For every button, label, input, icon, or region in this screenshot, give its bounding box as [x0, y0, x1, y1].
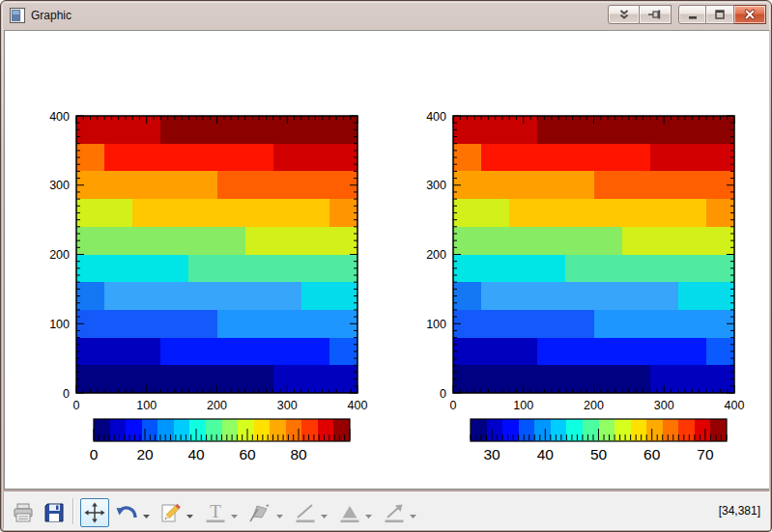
- polygon-tool-button[interactable]: [335, 498, 364, 527]
- right-heatmap-chart[interactable]: 010020030040001002003004003040506070: [405, 84, 762, 470]
- svg-text:200: 200: [584, 399, 604, 412]
- graphic-window: Graphic: [0, 0, 772, 532]
- left-heatmap-chart[interactable]: 01002003004000100200300400020406080: [28, 84, 386, 470]
- svg-text:20: 20: [136, 446, 154, 462]
- chevron-down-icon: [364, 512, 373, 520]
- titlebar[interactable]: Graphic: [1, 1, 771, 30]
- svg-text:300: 300: [49, 179, 70, 192]
- svg-text:30: 30: [483, 446, 500, 462]
- double-chevron-down-icon: [617, 8, 631, 21]
- line-tool-icon: [294, 501, 317, 524]
- window-icon[interactable]: [10, 8, 25, 23]
- polygon-tool-dropdown[interactable]: [364, 507, 374, 517]
- svg-text:400: 400: [426, 110, 446, 124]
- svg-text:70: 70: [697, 446, 714, 462]
- collapse-button[interactable]: [608, 5, 640, 24]
- pan-arrows-icon: [83, 501, 106, 524]
- undo-button[interactable]: [112, 498, 141, 527]
- undo-dropdown[interactable]: [142, 507, 152, 517]
- pin-button[interactable]: [640, 5, 672, 24]
- svg-text:200: 200: [426, 248, 446, 262]
- line-tool-button[interactable]: [291, 498, 320, 527]
- annotate-dropdown[interactable]: [186, 507, 195, 517]
- arrow-tool-dropdown[interactable]: [409, 507, 418, 517]
- close-x-icon: [743, 8, 757, 21]
- chevron-down-icon: [186, 512, 194, 520]
- svg-text:40: 40: [187, 446, 205, 462]
- graphic-canvas[interactable]: 01002003004000100200300400020406080 0100…: [4, 30, 770, 490]
- svg-text:300: 300: [654, 399, 674, 412]
- freehand-dropdown[interactable]: [275, 507, 285, 517]
- undo-arrow-icon: [114, 501, 139, 524]
- text-t-icon: T: [204, 501, 227, 524]
- print-button[interactable]: [9, 498, 38, 527]
- svg-text:300: 300: [426, 179, 446, 192]
- toolbar-separator: [72, 498, 74, 524]
- pan-button[interactable]: [80, 498, 109, 527]
- toolbar: T: [4, 490, 770, 530]
- svg-text:400: 400: [49, 110, 70, 124]
- svg-text:100: 100: [136, 399, 157, 412]
- svg-text:T: T: [210, 501, 221, 521]
- svg-text:0: 0: [90, 446, 99, 462]
- maximize-icon: [713, 8, 727, 21]
- chevron-down-icon: [275, 512, 284, 520]
- minimize-button[interactable]: [678, 5, 706, 24]
- line-tool-dropdown[interactable]: [320, 507, 329, 517]
- arrow-tool-button[interactable]: [380, 498, 409, 527]
- svg-text:50: 50: [590, 446, 608, 462]
- svg-text:40: 40: [537, 446, 555, 462]
- minimize-icon: [686, 8, 700, 21]
- svg-text:0: 0: [73, 399, 80, 412]
- chevron-down-icon: [409, 512, 417, 520]
- svg-text:400: 400: [725, 399, 745, 412]
- svg-text:0: 0: [63, 387, 70, 401]
- svg-text:100: 100: [513, 399, 533, 412]
- window-title: Graphic: [31, 9, 71, 22]
- svg-text:60: 60: [239, 446, 256, 462]
- svg-text:60: 60: [643, 446, 661, 462]
- svg-text:100: 100: [49, 318, 70, 331]
- svg-text:80: 80: [290, 446, 307, 462]
- text-tool-dropdown[interactable]: [230, 507, 240, 517]
- annotate-button[interactable]: [157, 498, 186, 527]
- arrow-tool-icon: [383, 501, 406, 524]
- maximize-button[interactable]: [706, 5, 734, 24]
- chevron-down-icon: [142, 512, 151, 520]
- svg-text:0: 0: [440, 387, 446, 401]
- save-button[interactable]: [40, 498, 69, 527]
- pin-icon: [647, 8, 663, 21]
- svg-text:0: 0: [450, 399, 457, 412]
- freehand-draw-icon: [247, 501, 272, 524]
- polygon-tool-icon: [338, 501, 361, 524]
- text-tool-button[interactable]: T: [201, 498, 230, 527]
- floppy-disk-icon: [43, 501, 66, 524]
- svg-text:400: 400: [348, 399, 368, 412]
- close-button[interactable]: [734, 5, 766, 24]
- svg-text:300: 300: [277, 399, 298, 412]
- printer-icon: [12, 501, 35, 524]
- svg-text:200: 200: [49, 248, 70, 262]
- chevron-down-icon: [230, 512, 239, 520]
- freehand-tool-button[interactable]: [245, 498, 274, 527]
- svg-text:100: 100: [426, 318, 446, 331]
- svg-text:200: 200: [207, 399, 227, 412]
- cursor-coordinates: [34,381]: [719, 504, 760, 518]
- pencil-document-icon: [159, 501, 183, 524]
- chevron-down-icon: [320, 512, 329, 520]
